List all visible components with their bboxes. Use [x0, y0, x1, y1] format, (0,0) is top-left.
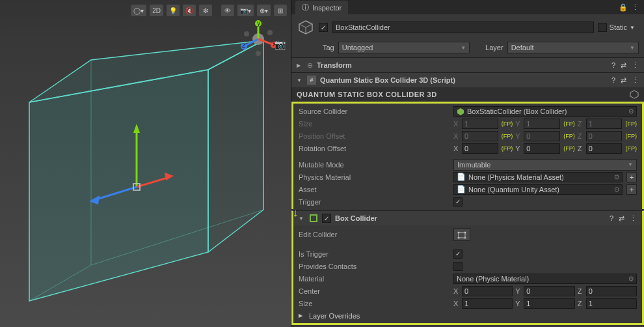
svg-point-34	[458, 232, 460, 234]
svg-point-35	[464, 232, 466, 234]
tag-dropdown[interactable]: Untagged▼	[338, 42, 470, 53]
tab-inspector[interactable]: ⓘ Inspector	[295, 1, 348, 14]
material-field[interactable]: None (Physic Material)⊙	[453, 274, 637, 284]
svg-line-27	[299, 24, 306, 27]
add-button[interactable]: +	[626, 172, 637, 182]
size-z	[586, 119, 623, 129]
inspector-panel: ⓘ Inspector 🔒 ⋮ Static ▼ Tag Untagged▼ L…	[291, 0, 644, 327]
active-checkbox[interactable]	[319, 23, 328, 32]
quantum-section: QUANTUM STATIC BOX COLLIDER 3D	[291, 87, 644, 102]
size-y	[524, 119, 560, 129]
svg-point-21	[267, 30, 273, 35]
svg-rect-33	[459, 233, 465, 238]
asset-field[interactable]: 📄None (Quantum Unity Asset)⊙	[453, 184, 623, 195]
quantum-component-header[interactable]: ▼ # Quantum Static Box Collider 3D (Scri…	[291, 73, 644, 87]
mutable-dropdown[interactable]: Immutable▼	[453, 159, 637, 171]
mutable-label: Mutable Mode	[299, 161, 449, 169]
center-x[interactable]	[462, 286, 513, 296]
static-dropdown[interactable]: ▼	[630, 25, 635, 31]
gameobject-icon[interactable]	[297, 18, 315, 36]
trigger-checkbox[interactable]	[453, 197, 463, 206]
edit-collider-label: Edit Collider	[299, 231, 449, 238]
hex-icon	[630, 90, 639, 99]
transform-header[interactable]: ▶ ⊕ Transform ?⇄⋮	[291, 58, 644, 72]
layer-dropdown[interactable]: Default▼	[507, 42, 639, 53]
preset-icon[interactable]: ⇄	[621, 76, 626, 85]
view-gizmo[interactable]: y x z	[239, 20, 278, 59]
file-icon: 📄	[457, 173, 466, 181]
center-z[interactable]	[586, 286, 637, 296]
scene-view[interactable]: ◯▾ 2D 💡 🔇 ❇ 👁 📷▾ ⊕▾ ⊞ y x z 📷	[0, 0, 291, 327]
preset-icon[interactable]: ⇄	[621, 61, 626, 70]
kebab-icon[interactable]: ⋮	[632, 3, 639, 12]
rot-y[interactable]	[524, 143, 560, 154]
object-name-field[interactable]	[332, 21, 594, 33]
bc-size-x[interactable]	[462, 298, 513, 309]
layer-label: Layer	[485, 44, 503, 51]
btn-audio[interactable]: 🔇	[182, 4, 196, 17]
picker-icon[interactable]: ⊙	[628, 107, 634, 115]
bc-size-label: Size	[299, 300, 449, 307]
rot-z[interactable]	[586, 143, 623, 154]
provides-contacts-checkbox[interactable]	[453, 262, 463, 271]
box-collider-title: Box Collider	[335, 214, 606, 222]
physics-material-label: Physics Material	[299, 173, 449, 181]
btn-hidden[interactable]: 👁	[221, 4, 235, 17]
transform-icon: ⊕	[307, 61, 313, 70]
provides-contacts-label: Provides Contacts	[299, 263, 449, 270]
svg-point-37	[464, 237, 466, 239]
kebab-icon[interactable]: ⋮	[630, 214, 637, 223]
physics-material-field[interactable]: 📄None (Physics Material Asset)⊙	[453, 172, 623, 182]
static-checkbox[interactable]	[598, 23, 607, 32]
center-y[interactable]	[524, 286, 574, 296]
svg-marker-2	[208, 40, 263, 252]
scene-cube	[3, 21, 288, 324]
istrigger-checkbox[interactable]	[453, 249, 463, 259]
file-icon: 📄	[457, 185, 466, 193]
btn-camera[interactable]: 📷▾	[237, 4, 254, 17]
rot-x[interactable]	[462, 143, 498, 154]
help-icon[interactable]: ?	[611, 76, 615, 85]
help-icon[interactable]: ?	[611, 61, 615, 70]
bc-size-y[interactable]	[524, 298, 574, 309]
btn-light[interactable]: 💡	[166, 4, 180, 17]
help-icon[interactable]: ?	[610, 214, 613, 223]
tool-dropdown[interactable]: ◯▾	[130, 4, 147, 17]
bc-size-z[interactable]	[586, 298, 637, 309]
layer-overrides-label[interactable]: Layer Overrides	[309, 312, 360, 320]
camera-icon[interactable]: 📷	[275, 39, 286, 50]
istrigger-label: Is Trigger	[299, 250, 449, 258]
size-label: Size	[299, 120, 449, 128]
info-icon: ⓘ	[302, 3, 309, 12]
btn-2d[interactable]: 2D	[149, 4, 164, 17]
box-collider-header[interactable]: ▼ Box Collider ?⇄⋮	[293, 211, 642, 225]
pos-x	[462, 131, 498, 141]
highlight-arrow-icon: ↓	[293, 207, 298, 219]
pos-z	[586, 131, 623, 141]
btn-fx[interactable]: ❇	[198, 4, 213, 17]
svg-marker-30	[630, 91, 638, 98]
btn-gizmos[interactable]: ⊕▾	[256, 4, 271, 17]
preset-icon[interactable]: ⇄	[619, 214, 624, 223]
component-enabled-checkbox[interactable]	[322, 214, 331, 223]
edit-collider-button[interactable]	[453, 228, 470, 241]
asset-label: Asset	[299, 186, 449, 193]
svg-line-28	[306, 24, 312, 27]
svg-point-36	[458, 237, 460, 239]
script-icon: #	[307, 76, 316, 85]
btn-grid[interactable]: ⊞	[273, 4, 288, 17]
transform-title: Transform	[317, 61, 608, 69]
kebab-icon[interactable]: ⋮	[632, 61, 639, 70]
source-collider-field[interactable]: BoxStaticCollider (Box Collider)⊙	[453, 106, 637, 117]
material-label: Material	[299, 275, 449, 283]
quantum-title: Quantum Static Box Collider 3D (Script)	[320, 76, 608, 84]
svg-text:y: y	[257, 20, 261, 27]
svg-point-20	[256, 51, 261, 56]
cube-icon	[457, 107, 464, 115]
lock-icon[interactable]: 🔒	[619, 3, 628, 12]
svg-rect-32	[310, 215, 317, 221]
kebab-icon[interactable]: ⋮	[632, 76, 639, 85]
tab-label: Inspector	[312, 4, 342, 12]
add-button[interactable]: +	[626, 184, 637, 195]
pos-offset-label: Position Offset	[299, 132, 449, 140]
